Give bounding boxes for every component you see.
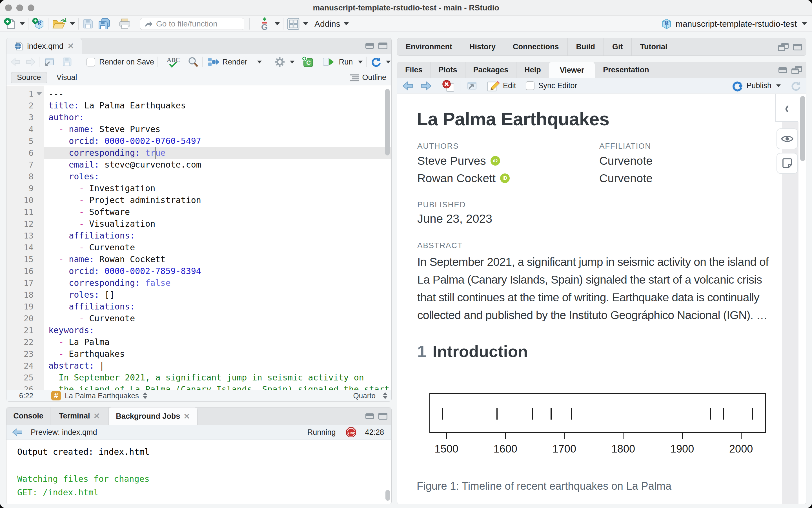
code-line[interactable]: roles:	[44, 171, 391, 182]
new-project-button[interactable]: R	[32, 17, 45, 31]
viewer-content[interactable]: La Palma Earthquakes AUTHORS AFFILIATION…	[397, 94, 806, 504]
publish-label[interactable]: Publish	[746, 81, 771, 90]
editor-tab-index-qmd[interactable]: index.qmd ✕	[6, 38, 82, 54]
tab-git[interactable]: Git	[604, 38, 632, 55]
back-icon[interactable]	[10, 57, 22, 67]
stop-icon[interactable]	[442, 80, 456, 92]
pane-layout-button[interactable]	[287, 18, 308, 30]
save-all-button[interactable]	[98, 18, 111, 30]
tab-presentation[interactable]: Presentation	[595, 62, 657, 78]
fold-arrow-icon[interactable]	[36, 92, 42, 95]
chunk-nav-button[interactable]: # La Palma Earthquakes	[46, 390, 153, 401]
back-icon[interactable]	[402, 81, 415, 91]
code-line[interactable]: - Curvenote	[44, 242, 391, 253]
code-line[interactable]: - Visualization	[44, 218, 391, 230]
collapse-sidebar-button[interactable]: ‹	[775, 94, 798, 122]
render-caret-icon[interactable]	[257, 60, 262, 64]
code-line[interactable]: - Software	[44, 206, 391, 218]
terminal-close-icon[interactable]: ✕	[93, 412, 100, 421]
code-line[interactable]: email: steve@curvenote.com	[44, 159, 391, 171]
restore-pane-icon[interactable]	[791, 66, 802, 74]
console-output[interactable]: Output created: index.html Watching file…	[6, 440, 391, 504]
spellcheck-icon[interactable]: ABC	[166, 56, 182, 68]
code-line[interactable]: In September 2021, a significant jump in…	[44, 372, 391, 384]
code-line[interactable]: title: La Palma Earthquakes	[44, 100, 391, 112]
code-line[interactable]: corresponding: false	[44, 277, 391, 289]
tab-connections[interactable]: Connections	[504, 38, 568, 55]
gear-caret-icon[interactable]	[290, 60, 294, 64]
maximize-pane-icon[interactable]	[378, 43, 388, 49]
tab-console[interactable]: Console	[6, 408, 50, 425]
tab-packages[interactable]: Packages	[465, 62, 517, 78]
code-line[interactable]: - Earthquakes	[44, 348, 391, 360]
refresh-icon[interactable]	[789, 80, 802, 92]
minimize-pane-icon[interactable]	[778, 67, 787, 73]
publish-caret-icon[interactable]	[776, 84, 781, 87]
search-icon[interactable]	[187, 56, 199, 68]
stop-job-icon[interactable]: STOP	[346, 427, 356, 437]
viewer-scrollbar[interactable]	[800, 96, 805, 161]
tab-tutorial[interactable]: Tutorial	[632, 38, 676, 55]
code-line[interactable]: affiliations:	[44, 301, 391, 312]
back-icon[interactable]	[11, 427, 24, 437]
background-jobs-close-icon[interactable]: ✕	[184, 412, 190, 421]
code-area[interactable]: ---title: La Palma Earthquakesauthor: - …	[44, 86, 391, 390]
version-control-button[interactable]: G	[260, 17, 280, 31]
tab-history[interactable]: History	[461, 38, 504, 55]
tab-viewer[interactable]: Viewer	[549, 62, 595, 78]
filetype-button[interactable]: Quarto	[347, 390, 392, 401]
code-line[interactable]: - Curvenote	[44, 312, 391, 325]
print-button[interactable]	[118, 18, 131, 30]
code-editor[interactable]: 1234567891011121314151617181920212223242…	[6, 86, 391, 390]
code-line[interactable]: affiliations:	[44, 230, 391, 242]
render-on-save-checkbox[interactable]	[86, 58, 95, 67]
new-file-button[interactable]	[4, 18, 25, 30]
rerun-caret-icon[interactable]	[386, 60, 391, 64]
maximize-pane-icon[interactable]	[793, 44, 802, 50]
run-button[interactable]: Run	[339, 58, 353, 67]
forward-icon[interactable]	[419, 81, 432, 91]
edit-label[interactable]: Edit	[503, 81, 516, 90]
orcid-icon[interactable]: iD	[500, 173, 510, 183]
goto-file-input[interactable]: Go to file/function	[140, 18, 244, 30]
code-line[interactable]: abstract: |	[44, 360, 391, 372]
run-caret-icon[interactable]	[358, 60, 363, 64]
visual-mode-button[interactable]: Visual	[51, 72, 83, 83]
edit-pencil-icon[interactable]	[487, 80, 500, 92]
source-rerun-icon[interactable]	[370, 56, 382, 68]
code-line[interactable]: the island of La Palma (Canary Islands, …	[44, 384, 391, 390]
tab-background-jobs[interactable]: Background Jobs ✕	[109, 408, 198, 425]
insert-chunk-icon[interactable]: C	[301, 56, 315, 68]
tab-terminal[interactable]: Terminal ✕	[50, 408, 109, 425]
code-line[interactable]: - name: Steve Purves	[44, 123, 391, 135]
restore-pane-icon[interactable]	[778, 43, 788, 51]
popout-icon[interactable]	[43, 56, 55, 67]
maximize-pane-icon[interactable]	[378, 413, 388, 420]
save-icon[interactable]	[62, 56, 72, 67]
editor-scrollbar[interactable]	[385, 89, 390, 156]
code-line[interactable]: keywords:	[44, 325, 391, 336]
render-button[interactable]: Render	[222, 58, 247, 67]
outline-button[interactable]: Outline	[350, 73, 386, 82]
code-line[interactable]: - Project administration	[44, 194, 391, 206]
editor-tab-close-icon[interactable]: ✕	[67, 41, 74, 51]
tab-files[interactable]: Files	[397, 62, 431, 78]
addins-button[interactable]: Addins	[315, 19, 349, 29]
forward-icon[interactable]	[25, 57, 36, 67]
source-mode-button[interactable]: Source	[11, 72, 47, 83]
preview-eye-button[interactable]	[776, 128, 798, 149]
tab-build[interactable]: Build	[568, 38, 604, 55]
code-line[interactable]: ---	[44, 88, 391, 100]
gear-icon[interactable]	[274, 56, 286, 68]
save-button[interactable]	[82, 18, 94, 30]
code-line[interactable]: roles: []	[44, 289, 391, 301]
orcid-icon[interactable]: iD	[490, 156, 500, 166]
tab-help[interactable]: Help	[517, 62, 549, 78]
code-line[interactable]: orcid: 0000-0002-7859-8394	[44, 265, 391, 277]
code-line[interactable]: author:	[44, 112, 391, 123]
code-line[interactable]: - Investigation	[44, 182, 391, 194]
code-line[interactable]: - name: Rowan Cockett	[44, 253, 391, 265]
code-line[interactable]: corresponding: true	[44, 147, 391, 159]
tab-environment[interactable]: Environment	[397, 38, 461, 55]
console-scrollbar[interactable]	[385, 490, 390, 501]
